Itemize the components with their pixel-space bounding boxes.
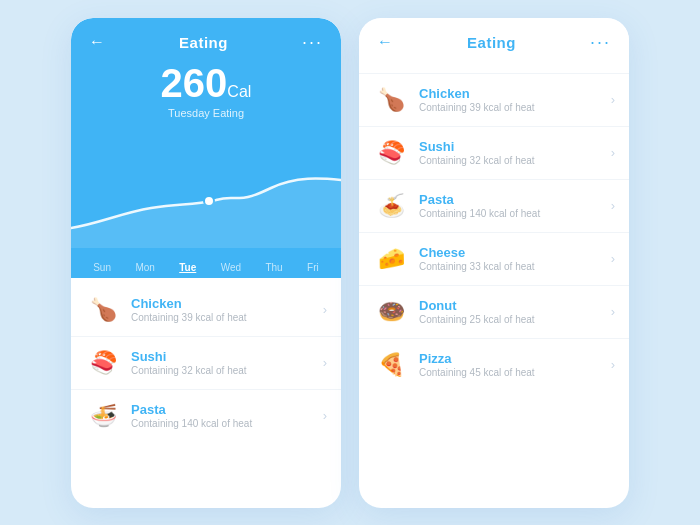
- food-cal: Containing 32 kcal of heat: [131, 365, 323, 376]
- calories-display: 260Cal Tuesday Eating: [89, 63, 323, 119]
- food-cal: Containing 140 kcal of heat: [419, 208, 611, 219]
- right-back-button[interactable]: ←: [377, 33, 393, 51]
- chart-section: ← Eating ··· 260Cal Tuesday Eating Sun M…: [71, 18, 341, 278]
- food-cal: Containing 32 kcal of heat: [419, 155, 611, 166]
- food-name: Pasta: [131, 402, 323, 417]
- food-icon: 🧀: [373, 241, 409, 277]
- food-icon: 🍩: [373, 294, 409, 330]
- chevron-right-icon: ›: [611, 198, 615, 213]
- right-food-list: 🍗 Chicken Containing 39 kcal of heat › 🍣…: [359, 74, 629, 508]
- left-top-bar: ← Eating ···: [89, 32, 323, 53]
- left-food-list: 🍗 Chicken Containing 39 kcal of heat › 🍣…: [71, 278, 341, 508]
- chevron-right-icon: ›: [323, 302, 327, 317]
- food-icon: 🍗: [373, 82, 409, 118]
- food-name: Pasta: [419, 192, 611, 207]
- day-thu[interactable]: Thu: [265, 262, 282, 273]
- food-cal: Containing 45 kcal of heat: [419, 367, 611, 378]
- right-menu-button[interactable]: ···: [590, 32, 611, 53]
- day-mon[interactable]: Mon: [135, 262, 154, 273]
- food-cal: Containing 25 kcal of heat: [419, 314, 611, 325]
- calorie-unit: Cal: [227, 83, 251, 100]
- food-name: Cheese: [419, 245, 611, 260]
- food-info: Chicken Containing 39 kcal of heat: [419, 86, 611, 113]
- food-name: Sushi: [419, 139, 611, 154]
- day-fri[interactable]: Fri: [307, 262, 319, 273]
- food-name: Sushi: [131, 349, 323, 364]
- food-info: Pizza Containing 45 kcal of heat: [419, 351, 611, 378]
- food-cal: Containing 140 kcal of heat: [131, 418, 323, 429]
- right-title: Eating: [467, 34, 516, 51]
- day-sun[interactable]: Sun: [93, 262, 111, 273]
- list-item[interactable]: 🍣 Sushi Containing 32 kcal of heat ›: [71, 337, 341, 390]
- calorie-label: Tuesday Eating: [89, 107, 323, 119]
- food-info: Cheese Containing 33 kcal of heat: [419, 245, 611, 272]
- list-item[interactable]: 🍜 Pasta Containing 140 kcal of heat ›: [71, 390, 341, 442]
- chevron-right-icon: ›: [323, 408, 327, 423]
- food-info: Chicken Containing 39 kcal of heat: [131, 296, 323, 323]
- food-icon: 🍕: [373, 347, 409, 383]
- food-icon: 🍣: [85, 345, 121, 381]
- right-phone-card: ← Eating ··· 🍗 Chicken Containing 39 kca…: [359, 18, 629, 508]
- list-item[interactable]: 🍩 Donut Containing 25 kcal of heat ›: [359, 286, 629, 339]
- chevron-right-icon: ›: [611, 357, 615, 372]
- list-item[interactable]: 🍗 Chicken Containing 39 kcal of heat ›: [359, 74, 629, 127]
- day-tue[interactable]: Tue: [179, 262, 196, 273]
- list-item[interactable]: 🧀 Cheese Containing 33 kcal of heat ›: [359, 233, 629, 286]
- food-name: Chicken: [131, 296, 323, 311]
- right-top-bar: ← Eating ···: [377, 32, 611, 53]
- list-item[interactable]: 🍕 Pizza Containing 45 kcal of heat ›: [359, 339, 629, 391]
- food-name: Donut: [419, 298, 611, 313]
- left-phone-card: ← Eating ··· 260Cal Tuesday Eating Sun M…: [71, 18, 341, 508]
- food-icon: 🍜: [85, 398, 121, 434]
- chart-area: [71, 158, 341, 248]
- days-row: Sun Mon Tue Wed Thu Fri: [71, 262, 341, 278]
- chevron-right-icon: ›: [323, 355, 327, 370]
- list-item[interactable]: 🍣 Sushi Containing 32 kcal of heat ›: [359, 127, 629, 180]
- food-name: Pizza: [419, 351, 611, 366]
- list-item[interactable]: 🍝 Pasta Containing 140 kcal of heat ›: [359, 180, 629, 233]
- chevron-right-icon: ›: [611, 304, 615, 319]
- right-top-section: ← Eating ···: [359, 18, 629, 74]
- food-name: Chicken: [419, 86, 611, 101]
- list-item[interactable]: 🍗 Chicken Containing 39 kcal of heat ›: [71, 284, 341, 337]
- food-icon: 🍗: [85, 292, 121, 328]
- left-title: Eating: [179, 34, 228, 51]
- food-info: Donut Containing 25 kcal of heat: [419, 298, 611, 325]
- chevron-right-icon: ›: [611, 251, 615, 266]
- food-icon: 🍣: [373, 135, 409, 171]
- food-cal: Containing 39 kcal of heat: [131, 312, 323, 323]
- food-info: Sushi Containing 32 kcal of heat: [419, 139, 611, 166]
- left-back-button[interactable]: ←: [89, 33, 105, 51]
- calorie-number: 260: [161, 61, 228, 105]
- food-icon: 🍝: [373, 188, 409, 224]
- food-info: Sushi Containing 32 kcal of heat: [131, 349, 323, 376]
- chevron-right-icon: ›: [611, 92, 615, 107]
- food-info: Pasta Containing 140 kcal of heat: [419, 192, 611, 219]
- chevron-right-icon: ›: [611, 145, 615, 160]
- left-menu-button[interactable]: ···: [302, 32, 323, 53]
- food-cal: Containing 39 kcal of heat: [419, 102, 611, 113]
- food-info: Pasta Containing 140 kcal of heat: [131, 402, 323, 429]
- food-cal: Containing 33 kcal of heat: [419, 261, 611, 272]
- day-wed[interactable]: Wed: [221, 262, 241, 273]
